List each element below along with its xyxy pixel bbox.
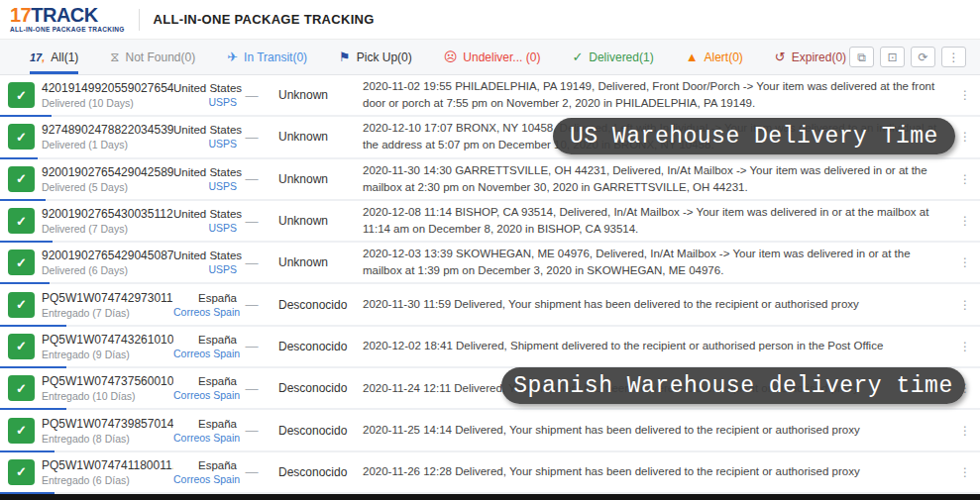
sad-face-icon: ☹ xyxy=(444,50,458,63)
delete-button[interactable]: ⊡ xyxy=(880,47,905,67)
delivery-status-label: Entregado (6 Días) xyxy=(42,474,173,486)
17track-logo: 17TRACK ALL-IN-ONE PACKAGE TRACKING xyxy=(10,5,125,34)
origin-cell: EspañaCorreos Spain xyxy=(173,375,237,401)
hourglass-icon: ⧖ xyxy=(110,50,119,63)
tracking-number[interactable]: PQ5W1W074742973011... xyxy=(42,291,173,305)
delivered-checkbox[interactable]: ✓ xyxy=(8,166,35,192)
carrier-link[interactable]: USPS xyxy=(173,180,237,192)
table-row[interactable]: ✓PQ5W1W074741180011...Entregado (6 Días)… xyxy=(0,452,980,494)
delivery-status-label: Delivered (10 Days) xyxy=(42,97,173,109)
delivered-checkbox[interactable]: ✓ xyxy=(8,208,35,234)
origin-country: United States xyxy=(173,208,237,220)
tab-expired[interactable]: ↺Expired(0) xyxy=(775,40,846,74)
overlay-banner: Spanish Warehouse delivery time xyxy=(501,367,965,404)
destination-status: Unknown xyxy=(267,214,363,228)
row-progress-bar xyxy=(0,325,66,327)
tab-undelivered[interactable]: ☹Undeliver... (0) xyxy=(444,40,541,74)
delivered-checkbox[interactable]: ✓ xyxy=(8,375,35,401)
tracking-number[interactable]: 92001902765430035112... xyxy=(42,207,173,221)
tab-pick-up[interactable]: ⚑Pick Up(0) xyxy=(339,40,412,74)
tab-in-transit[interactable]: ✈In Transit(0) xyxy=(227,40,307,74)
check-icon: ✓ xyxy=(16,130,27,145)
latest-event-text: 2020-11-26 12:28 Delivered, Your shipmen… xyxy=(363,463,950,480)
route-dash-icon: — xyxy=(237,423,267,438)
carrier-link[interactable]: Correos Spain xyxy=(173,473,237,485)
row-menu-icon[interactable]: ⋮ xyxy=(950,214,980,228)
delivered-checkbox[interactable]: ✓ xyxy=(8,250,35,275)
carrier-link[interactable]: USPS xyxy=(173,263,237,275)
row-menu-icon[interactable]: ⋮ xyxy=(950,172,980,186)
row-menu-icon[interactable]: ⋮ xyxy=(950,424,980,438)
tracking-number[interactable]: 92001902765429042589... xyxy=(42,165,173,179)
plane-icon: ✈ xyxy=(227,50,238,63)
tracking-number[interactable]: PQ5W1W074741180011... xyxy=(42,458,173,472)
tracking-number[interactable]: PQ5W1W074743261010... xyxy=(42,333,173,347)
tracking-number[interactable]: 42019149920559027654... xyxy=(42,81,173,95)
delivered-checkbox[interactable]: ✓ xyxy=(8,418,35,444)
tab-all[interactable]: 17,All(1) xyxy=(30,40,78,74)
origin-country: España xyxy=(173,459,237,471)
carrier-link[interactable]: Correos Spain xyxy=(173,432,237,444)
table-row[interactable]: ✓PQ5W1W074742973011...Entregado (7 Días)… xyxy=(0,284,980,326)
checkbox-cell: ✓ xyxy=(0,334,42,359)
table-row[interactable]: ✓92001902765429042589...Delivered (5 Day… xyxy=(0,159,980,201)
tab-label: Not Found(0) xyxy=(125,50,195,64)
delivered-checkbox[interactable]: ✓ xyxy=(8,292,35,318)
refresh-icon: ⟳ xyxy=(918,50,927,64)
latest-event-text: 2020-12-02 18:41 Delivered, Shipment del… xyxy=(363,338,950,354)
table-row[interactable]: ✓PQ5W1W074739857014...Entregado (8 Días)… xyxy=(0,410,980,451)
destination-status: Unknown xyxy=(267,130,363,144)
tracking-number[interactable]: 92001902765429045087... xyxy=(42,249,173,262)
tab-label: Alert(0) xyxy=(705,50,743,64)
checkbox-cell: ✓ xyxy=(0,459,42,485)
tracking-number[interactable]: PQ5W1W074737560010... xyxy=(42,374,173,388)
carrier-link[interactable]: USPS xyxy=(173,222,237,234)
delivered-checkbox[interactable]: ✓ xyxy=(8,334,35,359)
destination-status: Unknown xyxy=(267,172,363,186)
origin-cell: United StatesUSPS xyxy=(173,82,237,108)
origin-country: United States xyxy=(173,124,237,136)
delivered-checkbox[interactable]: ✓ xyxy=(8,459,35,485)
table-row[interactable]: ✓PQ5W1W074743261010...Entregado (9 Días)… xyxy=(0,327,980,368)
latest-event-text: 2020-11-30 11:59 Delivered, Your shipmen… xyxy=(363,296,950,313)
carrier-link[interactable]: Correos Spain xyxy=(173,389,237,401)
copy-button[interactable]: ⧉ xyxy=(849,47,874,67)
destination-status: Desconocido xyxy=(267,381,363,395)
header-divider xyxy=(139,9,140,31)
row-menu-icon[interactable]: ⋮ xyxy=(950,298,980,312)
origin-cell: EspañaCorreos Spain xyxy=(173,418,237,444)
tab-alert[interactable]: ▲Alert(0) xyxy=(686,40,743,74)
row-menu-icon[interactable]: ⋮ xyxy=(950,340,980,353)
route-dash-icon: — xyxy=(237,171,267,186)
carrier-link[interactable]: Correos Spain xyxy=(173,348,237,359)
check-icon: ✓ xyxy=(16,381,27,396)
delivered-checkbox[interactable]: ✓ xyxy=(8,124,35,150)
table-row[interactable]: ✓42019149920559027654...Delivered (10 Da… xyxy=(0,75,980,117)
carrier-link[interactable]: USPS xyxy=(173,96,237,108)
origin-cell: United StatesUSPS xyxy=(173,166,237,192)
table-row[interactable]: ✓92001902765429045087...Delivered (6 Day… xyxy=(0,243,980,284)
delivery-status-label: Entregado (10 Días) xyxy=(42,390,173,402)
delivery-status-label: Entregado (9 Días) xyxy=(42,349,173,360)
check-icon: ✓ xyxy=(16,339,27,353)
carrier-link[interactable]: USPS xyxy=(173,138,237,150)
delivered-checkbox[interactable]: ✓ xyxy=(8,82,35,108)
latest-event-text: 2020-11-25 14:14 Delivered, Your shipmen… xyxy=(363,422,950,439)
tab-delivered[interactable]: ✓Delivered(1) xyxy=(572,40,653,74)
carrier-link[interactable]: Correos Spain xyxy=(173,306,237,318)
origin-cell: EspañaCorreos Spain xyxy=(173,292,237,318)
tracking-number[interactable]: PQ5W1W074739857014... xyxy=(42,417,173,431)
refresh-button[interactable]: ⟳ xyxy=(911,47,935,67)
row-menu-icon[interactable]: ⋮ xyxy=(950,255,980,269)
row-menu-icon[interactable]: ⋮ xyxy=(950,88,980,102)
origin-country: United States xyxy=(173,82,237,94)
delivery-status-label: Delivered (5 Days) xyxy=(42,181,173,193)
row-menu-icon[interactable]: ⋮ xyxy=(950,465,980,479)
tab-not-found[interactable]: ⧖Not Found(0) xyxy=(110,40,195,74)
table-row[interactable]: ✓92001902765430035112...Delivered (7 Day… xyxy=(0,201,980,243)
flag-icon: ⚑ xyxy=(339,50,351,63)
delivery-status-label: Entregado (8 Días) xyxy=(42,433,173,445)
origin-cell: EspañaCorreos Spain xyxy=(173,459,237,485)
more-button[interactable]: ⋮ xyxy=(941,47,966,67)
tracking-number[interactable]: 92748902478822034539... xyxy=(42,123,173,137)
